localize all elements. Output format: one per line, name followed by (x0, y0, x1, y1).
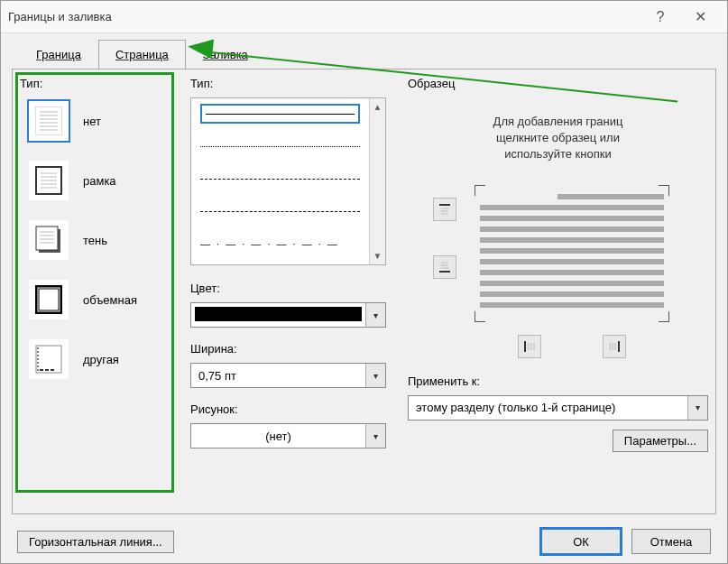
horizontal-line-button[interactable]: Горизонтальная линия... (17, 531, 174, 553)
preview-group-label: Образец (408, 77, 708, 90)
art-label: Рисунок: (190, 402, 386, 416)
tab-page[interactable]: Страница (98, 40, 186, 69)
setting-3d-icon (29, 280, 69, 319)
color-swatch (195, 307, 362, 321)
color-combo[interactable]: ▾ (190, 302, 386, 328)
cancel-button[interactable]: Отмена (631, 529, 711, 554)
border-right-button[interactable] (603, 335, 626, 358)
dialog-footer: Горизонтальная линия... ОК Отмена (1, 525, 727, 563)
help-button[interactable]: ? (640, 1, 680, 33)
options-button[interactable]: Параметры... (613, 430, 708, 452)
ok-button[interactable]: ОК (541, 529, 621, 554)
art-value: (нет) (191, 424, 365, 448)
border-left-button[interactable] (518, 335, 541, 358)
color-dropdown-button[interactable]: ▾ (365, 303, 385, 327)
width-label: Ширина: (190, 342, 386, 356)
tab-panel: Тип: нет рамка (12, 69, 716, 514)
line-style-dashed-long[interactable] (200, 201, 360, 221)
setting-box-icon (29, 161, 69, 200)
setting-none-label: нет (83, 115, 101, 128)
scroll-down-icon[interactable]: ▼ (373, 251, 382, 261)
setting-3d-label: объемная (83, 293, 137, 307)
line-style-scrollbar[interactable]: ▲ ▼ (369, 98, 385, 264)
setting-shadow-label: тень (83, 234, 107, 247)
setting-shadow-icon (29, 220, 69, 260)
preview-group: Образец Для добавления границ щелкните о… (392, 77, 708, 499)
border-bottom-button[interactable] (433, 255, 456, 279)
tab-shading[interactable]: Заливка (186, 40, 265, 69)
preview-page[interactable] (480, 190, 664, 317)
setting-custom-icon (29, 339, 69, 379)
art-dropdown-button[interactable]: ▾ (365, 424, 385, 448)
tab-strip: Граница Страница Заливка (1, 33, 727, 69)
setting-group: Тип: нет рамка (20, 77, 178, 499)
setting-none-icon (29, 101, 69, 141)
line-style-dash-dot[interactable]: — · — · — · — · — · — (200, 234, 360, 254)
color-label: Цвет: (190, 282, 386, 295)
window-title: Границы и заливка (8, 10, 112, 23)
svg-rect-14 (36, 227, 58, 250)
line-properties-group: Тип: — · — · — · — · — · — ▲ ▼ Цвет: (183, 77, 386, 499)
tab-border[interactable]: Граница (19, 40, 98, 69)
svg-rect-0 (35, 106, 62, 135)
setting-shadow[interactable]: тень (29, 220, 178, 260)
setting-none[interactable]: нет (29, 101, 178, 141)
setting-group-label: Тип: (20, 77, 178, 90)
setting-box[interactable]: рамка (29, 161, 178, 200)
width-combo[interactable]: 0,75 пт ▾ (190, 363, 386, 388)
apply-to-group: Применить к: этому разделу (только 1-й с… (408, 374, 708, 421)
apply-to-value: этому разделу (только 1-й странице) (409, 396, 687, 420)
width-dropdown-button[interactable]: ▾ (365, 364, 385, 387)
scroll-up-icon[interactable]: ▲ (373, 102, 382, 112)
close-button[interactable]: ✕ (680, 1, 720, 33)
preview-area (408, 181, 708, 371)
svg-rect-19 (36, 286, 61, 313)
border-top-button[interactable] (433, 198, 456, 221)
svg-rect-21 (36, 346, 61, 373)
width-value: 0,75 пт (191, 364, 365, 387)
line-style-solid[interactable] (200, 104, 360, 124)
borders-shading-dialog: Границы и заливка ? ✕ Граница Страница З… (0, 0, 728, 564)
apply-to-label: Применить к: (408, 374, 708, 388)
title-bar: Границы и заливка ? ✕ (1, 1, 727, 33)
style-label: Тип: (190, 77, 386, 90)
apply-to-combo[interactable]: этому разделу (только 1-й странице) ▾ (408, 395, 708, 421)
line-style-dotted-fine[interactable] (200, 136, 360, 156)
apply-to-dropdown-button[interactable]: ▾ (687, 396, 707, 420)
setting-custom-label: другая (83, 353, 119, 366)
setting-box-label: рамка (83, 174, 116, 188)
setting-3d[interactable]: объемная (29, 280, 178, 319)
line-style-list[interactable]: — · — · — · — · — · — ▲ ▼ (190, 97, 386, 265)
preview-hint: Для добавления границ щелкните образец и… (408, 114, 708, 163)
art-combo[interactable]: (нет) ▾ (190, 423, 386, 448)
line-style-dashed-short[interactable] (200, 169, 360, 189)
setting-custom[interactable]: другая (29, 339, 178, 379)
